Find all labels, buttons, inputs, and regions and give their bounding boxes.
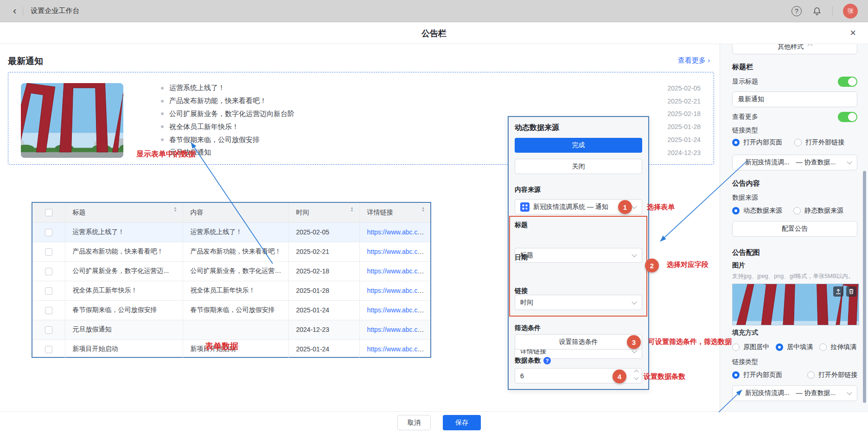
help-icon[interactable]: ? <box>791 6 802 16</box>
view-more-link[interactable]: 查看更多 › <box>678 56 710 65</box>
top-bar: ‹ 设置企业工作台 ? 张 <box>0 0 868 22</box>
radio-open-external-2[interactable]: 打开外部链接 <box>807 371 857 379</box>
step-down-icon <box>634 376 639 380</box>
fill-mode-label: 填充方式 <box>732 329 857 337</box>
detail-link[interactable]: https://www.abc.com <box>367 267 427 275</box>
radio-fill-center[interactable]: 原图居中 <box>732 343 769 351</box>
configure-announcement-button[interactable]: 配置公告 <box>732 221 857 237</box>
row-checkbox[interactable] <box>45 229 52 236</box>
save-button[interactable]: 保存 <box>443 415 481 430</box>
detail-link[interactable]: https://www.abc.com <box>367 306 427 314</box>
step-badge-4: 4 <box>613 369 626 383</box>
radio-open-external[interactable]: 打开外部链接 <box>794 138 844 147</box>
divider <box>832 6 833 16</box>
image-label: 图片 <box>732 261 857 270</box>
show-title-row: 显示标题 <box>732 77 857 87</box>
dynamic-source-panel: 动态数据来源 完成 关闭 内容来源 新冠疫情流调系统 — 通知 标题 标题 日期… <box>508 116 649 390</box>
upload-icon[interactable] <box>833 286 843 297</box>
radio-static-source[interactable]: 静态数据来源 <box>793 207 843 215</box>
content-heading: 公告内容 <box>732 179 857 188</box>
bullet-icon <box>161 112 164 115</box>
date-field-select[interactable]: 时间 <box>515 295 642 310</box>
radio-dynamic-source[interactable]: 动态数据来源 <box>732 207 782 215</box>
announcement-image <box>21 83 123 158</box>
done-button[interactable]: 完成 <box>515 138 642 153</box>
chevron-down-icon <box>847 390 852 395</box>
set-filter-button[interactable]: 设置筛选条件 <box>515 334 642 350</box>
sort-icon[interactable]: ▲▼ <box>351 207 354 212</box>
detail-link[interactable]: https://www.abc.com <box>367 287 427 294</box>
link-type-radios: 打开内部页面 打开外部链接 <box>732 138 857 147</box>
avatar[interactable]: 张 <box>843 4 858 19</box>
row-checkbox[interactable] <box>45 287 52 295</box>
notice-item[interactable]: 产品发布新功能，快来看看吧！2025-02-21 <box>161 95 701 108</box>
back-icon[interactable]: ‹ <box>13 6 16 16</box>
table-header-row: 标题▲▼ 内容 时间▲▼ 详情链接▲▼ <box>32 203 430 222</box>
table-row[interactable]: 祝全体员工新年快乐！祝全体员工新年快乐！2025-01-28https://ww… <box>32 281 430 300</box>
page-select[interactable]: 新冠疫情流调... — 协查数据... <box>732 155 857 170</box>
close-button[interactable]: 关闭 <box>515 159 642 174</box>
sort-icon[interactable]: ▲▼ <box>421 207 425 212</box>
chevron-down-icon <box>632 203 637 208</box>
radio-open-internal[interactable]: 打开内部页面 <box>732 138 782 147</box>
table-row[interactable]: 运营系统上线了！运营系统上线了！2025-02-05https://www.ab… <box>32 222 430 242</box>
count-input[interactable] <box>515 369 617 383</box>
delete-icon[interactable] <box>846 286 856 297</box>
step-up-icon <box>634 370 639 375</box>
stepper[interactable] <box>635 370 638 379</box>
view-more-toggle[interactable] <box>838 112 857 122</box>
table-row[interactable]: 公司扩展新业务，数字化运营迈...公司扩展新业务，数字化运营迈向新台阶2025-… <box>32 261 430 281</box>
title-field-label: 标题 <box>515 221 642 229</box>
radio-fill-stretch[interactable]: 拉伸填满 <box>819 343 856 351</box>
radio-fill-cover[interactable]: 居中填满 <box>776 343 813 351</box>
cancel-button[interactable]: 取消 <box>397 415 431 430</box>
row-checkbox[interactable] <box>45 326 52 334</box>
detail-link[interactable]: https://www.abc.com <box>367 345 427 353</box>
form-data-table: 标题▲▼ 内容 时间▲▼ 详情链接▲▼ 运营系统上线了！运营系统上线了！2025… <box>32 202 431 358</box>
col-time: 时间▲▼ <box>288 203 359 222</box>
title-input[interactable] <box>733 92 857 107</box>
row-checkbox[interactable] <box>45 268 52 275</box>
image-thumbnail <box>732 284 859 325</box>
radio-open-internal-2[interactable]: 打开内部页面 <box>732 371 782 379</box>
annotation-form-data: 表单数据 <box>205 341 238 352</box>
select-all-checkbox[interactable] <box>45 209 52 216</box>
thumbnail-actions <box>833 286 856 297</box>
divider <box>23 7 23 15</box>
row-checkbox[interactable] <box>45 248 52 256</box>
bullet-icon <box>161 100 164 103</box>
sort-icon[interactable]: ▲▼ <box>174 207 177 212</box>
step-badge-2: 2 <box>645 259 659 272</box>
link-field-label: 链接 <box>515 287 642 295</box>
scrollbar-thumb[interactable] <box>863 171 866 403</box>
col-title: 标题▲▼ <box>65 203 183 222</box>
detail-link[interactable]: https://www.abc.com <box>367 326 427 333</box>
close-icon[interactable]: × <box>850 27 856 39</box>
detail-link[interactable]: https://www.abc.com <box>367 228 427 236</box>
date-field-label: 日期 <box>515 253 642 262</box>
table-row[interactable]: 产品发布新功能，快来看看吧！产品发布新功能，快来看看吧！2025-02-21ht… <box>32 242 430 261</box>
bell-icon[interactable] <box>812 6 822 16</box>
detail-link[interactable]: https://www.abc.com <box>367 248 427 255</box>
footer-bar: 取消 保存 <box>0 411 868 434</box>
table-row[interactable]: 元旦放假通知2024-12-23https://www.abc.com <box>32 320 430 339</box>
annotation-step4: 设置数据条数 <box>644 372 685 381</box>
help-icon[interactable]: ? <box>543 357 551 364</box>
row-checkbox[interactable] <box>45 346 52 353</box>
show-title-toggle[interactable] <box>838 77 857 87</box>
fill-mode-radios: 原图居中 居中填满 拉伸填满 <box>732 343 857 351</box>
col-link: 详情链接▲▼ <box>359 203 430 222</box>
link-type-radios-2: 打开内部页面 打开外部链接 <box>732 371 857 379</box>
page-select-2[interactable]: 新冠疫情流调... — 协查数据... <box>732 385 857 401</box>
table-row[interactable]: 春节假期来临，公司放假安排春节假期来临，公司放假安排2025-01-24http… <box>32 300 430 320</box>
chevron-down-icon <box>847 159 852 164</box>
filter-label: 筛选条件 <box>515 324 642 332</box>
annotation-step2: 选择对应字段 <box>667 260 708 269</box>
title-input-wrap <box>732 91 857 107</box>
row-checkbox[interactable] <box>45 307 52 314</box>
annotation-step3: 可设置筛选条件，筛选数据 <box>648 337 732 346</box>
notice-item[interactable]: 运营系统上线了！2025-02-05 <box>161 82 701 95</box>
titlebar-heading: 标题栏 <box>732 63 857 71</box>
panel-title: 动态数据来源 <box>515 123 642 133</box>
bullet-icon <box>161 87 164 90</box>
